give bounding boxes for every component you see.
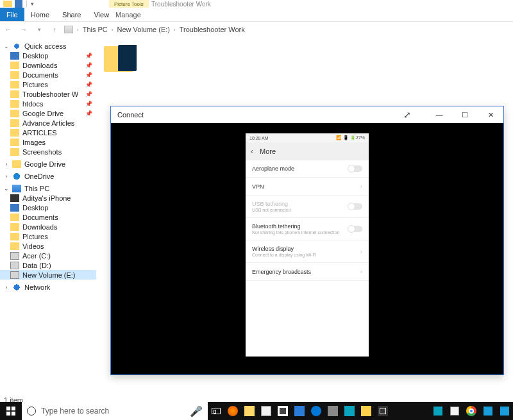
setting-label: USB tethering (252, 201, 288, 207)
tab-manage[interactable]: Manage (109, 8, 147, 22)
phone-setting-item[interactable]: Aeroplane mode (246, 160, 369, 178)
folder-item[interactable] (103, 44, 138, 76)
tab-file[interactable]: File (0, 8, 24, 21)
folder-preview-icon (119, 45, 137, 71)
nav-pc-item[interactable]: Pictures (0, 231, 96, 241)
toggle-switch[interactable] (348, 226, 362, 232)
qat-dropdown-icon[interactable]: ▾ (31, 1, 34, 7)
explorer-icon[interactable] (3, 1, 12, 7)
phone-status-icons: 📶 📱 🔋27% (336, 135, 365, 140)
nav-qa-item[interactable]: Downloads 📌 (0, 60, 96, 70)
expand-icon[interactable]: ⤢ (394, 106, 420, 123)
nav-qa-item[interactable]: Desktop 📌 (0, 51, 96, 60)
location-icon (64, 26, 73, 33)
phone-setting-item[interactable]: USB tetheringUSB not connected (246, 196, 369, 218)
close-button[interactable]: ✕ (478, 106, 503, 123)
taskbar-app-store[interactable] (274, 402, 291, 420)
nav-forward-icon[interactable]: → (18, 24, 29, 35)
crumb-sep: › (174, 27, 176, 33)
nav-qa-item[interactable]: Documents 📌 (0, 70, 96, 80)
minimize-button[interactable]: — (426, 106, 452, 123)
taskbar-app-misc1[interactable] (324, 402, 341, 420)
nav-qa-item[interactable]: Images (0, 137, 96, 147)
phone-screen: 10:28 AM 📶 📱 🔋27% ‹ More Aeroplane modeV… (246, 133, 369, 357)
folder-icon (10, 62, 19, 69)
nav-pc-item[interactable]: New Volume (E:) (0, 270, 96, 280)
nav-qa-item[interactable]: Google Drive 📌 (0, 108, 96, 118)
nav-label: htdocs (22, 100, 43, 108)
connect-titlebar[interactable]: Connect ⤢ — ☐ ✕ (111, 106, 503, 123)
nav-label: Videos (22, 242, 44, 250)
taskbar-app-misc2[interactable] (341, 402, 358, 420)
taskbar-app-edge[interactable] (308, 402, 324, 420)
nav-recent-icon[interactable]: ▾ (33, 24, 45, 35)
back-icon[interactable]: ‹ (251, 147, 253, 156)
nav-label: Data (D:) (22, 262, 51, 269)
tray-icon-4[interactable] (496, 402, 513, 420)
taskbar-app-sticky[interactable] (358, 402, 374, 420)
nav-back-icon[interactable]: ← (3, 24, 14, 35)
nav-network[interactable]: › Network (0, 282, 96, 292)
tray-chrome[interactable] (463, 402, 480, 420)
nav-this-pc[interactable]: ⌄ This PC (0, 183, 96, 193)
nav-quick-access[interactable]: ⌄ Quick access (0, 41, 96, 51)
taskbar-app-firefox[interactable] (224, 402, 241, 420)
nav-pc-item[interactable]: Desktop (0, 203, 96, 212)
nav-qa-item[interactable]: Screenshots (0, 147, 96, 156)
phone-setting-item[interactable]: VPN› (246, 178, 369, 196)
crumb-folder[interactable]: Troubleshooter Work (180, 26, 245, 33)
nav-pc-item[interactable]: Acer (C:) (0, 251, 96, 260)
nav-label: Downloads (22, 62, 57, 69)
nav-label: Desktop (22, 52, 48, 60)
nav-label: Documents (22, 214, 58, 221)
folder-icon (10, 81, 19, 88)
nav-onedrive[interactable]: › OneDrive (0, 171, 96, 181)
chevron-down-icon: ⌄ (4, 185, 9, 192)
taskbar-app-text[interactable] (258, 402, 274, 420)
taskbar-search[interactable]: Type here to search 🎤 (22, 402, 208, 420)
taskbar-app-mail[interactable] (374, 402, 391, 420)
nav-qa-item[interactable]: Troubleshooter W 📌 (0, 89, 96, 99)
nav-pc-item[interactable]: Videos (0, 241, 96, 251)
nav-qa-item[interactable]: htdocs 📌 (0, 99, 96, 108)
phone-setting-item[interactable]: Emergency broadcasts› (246, 263, 369, 281)
crumb-volume[interactable]: New Volume (E:) (117, 26, 170, 33)
tray-icon-3[interactable] (480, 402, 496, 420)
window-title: Troubleshooter Work (146, 0, 216, 8)
toggle-switch[interactable] (348, 165, 362, 172)
svg-rect-1 (12, 407, 15, 410)
taskbar-app-word[interactable] (291, 402, 308, 420)
start-button[interactable] (0, 402, 22, 420)
microphone-icon[interactable]: 🎤 (190, 405, 203, 417)
tab-share[interactable]: Share (56, 8, 87, 21)
tab-home[interactable]: Home (24, 8, 56, 21)
nav-qa-item[interactable]: Advance Articles (0, 118, 96, 128)
setting-label: VPN (252, 183, 264, 190)
nav-pc-item[interactable]: Documents (0, 212, 96, 222)
taskbar-app-explorer[interactable] (241, 402, 258, 420)
crumb-this-pc[interactable]: This PC (83, 26, 108, 33)
setting-label: Emergency broadcasts (252, 269, 311, 275)
phone-setting-item[interactable]: Bluetooth tetheringNot sharing this phon… (246, 218, 369, 240)
nav-qa-item[interactable]: Pictures 📌 (0, 80, 96, 89)
nav-qa-item[interactable]: ARTICLES (0, 128, 96, 137)
drive-icon (10, 252, 19, 260)
toggle-switch[interactable] (348, 203, 362, 210)
phone-setting-item[interactable]: Wireless displayConnect to a display usi… (246, 240, 369, 263)
drive-icon (10, 204, 19, 212)
nav-pc-item[interactable]: Data (D:) (0, 260, 96, 270)
tray-icon-2[interactable] (446, 402, 463, 420)
connect-stage: 10:28 AM 📶 📱 🔋27% ‹ More Aeroplane modeV… (111, 123, 503, 374)
task-view-button[interactable] (208, 402, 224, 420)
nav-pc-item[interactable]: Downloads (0, 222, 96, 231)
tray-icon-1[interactable] (430, 402, 446, 420)
nav-google-drive[interactable]: › Google Drive (0, 159, 96, 169)
chevron-right-icon: › (360, 248, 362, 255)
drive-icon (10, 194, 19, 202)
qat-checked-icon[interactable] (15, 0, 22, 8)
folder-icon (10, 139, 19, 146)
svg-rect-0 (6, 407, 10, 410)
maximize-button[interactable]: ☐ (452, 106, 478, 123)
nav-pc-item[interactable]: Aditya's iPhone (0, 193, 96, 203)
nav-up-icon[interactable]: ↑ (49, 24, 60, 35)
